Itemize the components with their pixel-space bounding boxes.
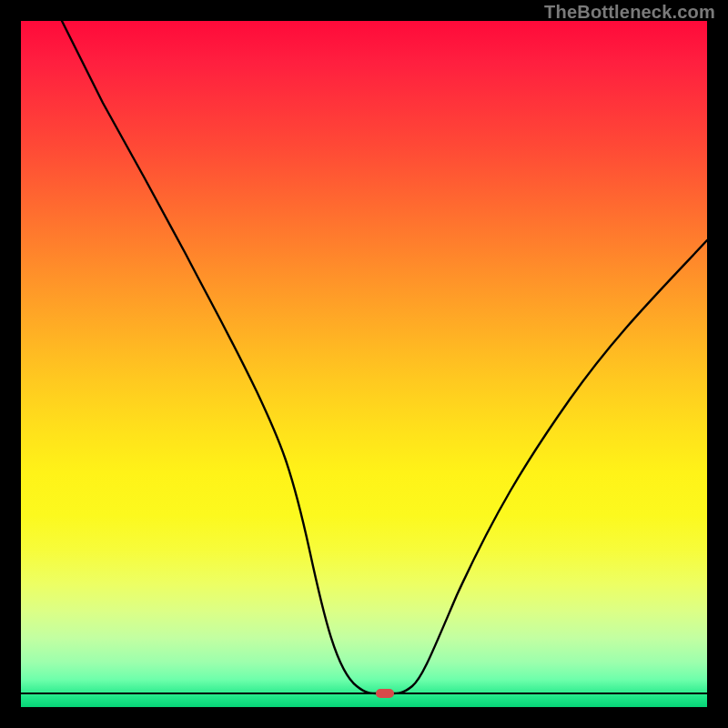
- bottleneck-curve: [21, 21, 707, 707]
- watermark-text: TheBottleneck.com: [544, 2, 715, 23]
- plot-area: [21, 21, 707, 707]
- optimal-marker: [376, 689, 394, 698]
- chart-frame: TheBottleneck.com: [0, 0, 728, 728]
- curve-path: [62, 21, 707, 693]
